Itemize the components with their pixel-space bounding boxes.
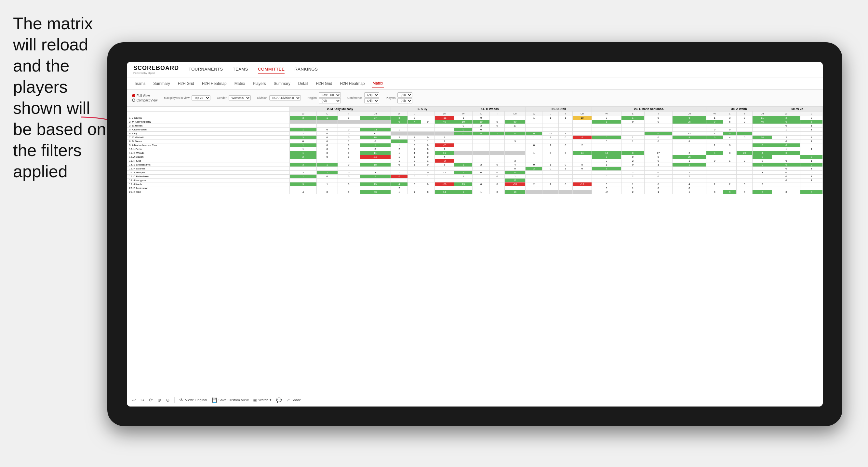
sh-gw-l: L: [472, 112, 490, 116]
row-name: 1. J Garcia: [127, 116, 290, 120]
nav-links: TOURNAMENTS TEAMS COMMITTEE RANKINGS: [189, 65, 318, 73]
comment-icon: 💬: [276, 397, 282, 403]
max-players-select[interactable]: Top 25: [191, 95, 210, 100]
sub-nav-matrix[interactable]: Matrix: [234, 80, 246, 87]
conference-label: Conference: [347, 96, 363, 99]
gender-label: Gender: [217, 96, 227, 99]
save-custom-view-btn[interactable]: 💾 Save Custom View: [212, 397, 249, 403]
nav-teams[interactable]: TEAMS: [233, 65, 248, 73]
sh-km-dif: Dif: [360, 112, 391, 116]
sh-os-w: W: [526, 112, 542, 116]
row-name: 13. N Klug: [127, 159, 290, 163]
table-row: 16. X Mcopha 2 1 0 3 1 0 0 11 1 0 0 11: [127, 171, 823, 175]
table-row: 20. E Andersson 2: [127, 186, 823, 190]
watch-icon: ◉: [253, 397, 257, 403]
row-name: 9. A Maria Jimenez Rios: [127, 144, 290, 147]
comment-btn[interactable]: 💬: [276, 397, 282, 403]
logo-area: SCOREBOARD Powered by clippd: [133, 65, 179, 74]
row-name: 5. A Nomrowski: [127, 128, 290, 132]
sh-aw-l: L: [723, 112, 736, 116]
logo-title: SCOREBOARD: [133, 65, 179, 71]
sh-ady-t: T: [421, 112, 434, 116]
table-row: 7. O Mitchell 3 0 0 18 2 2 0 2 1: [127, 135, 823, 139]
row-name: 19. J Karrh: [127, 182, 290, 186]
nav-rankings[interactable]: RANKINGS: [294, 65, 318, 73]
sub-header-corner: [127, 112, 290, 116]
gender-filter: Gender Women's: [217, 95, 251, 100]
sub-nav-h2h-grid2[interactable]: H2H Grid: [315, 80, 333, 87]
col-header-row: 2. M Kelly Mulcahy 6. A Dy 11. G Woods 2…: [127, 107, 823, 112]
division-select[interactable]: NCAA Division II: [269, 95, 301, 100]
sh-os-l: L: [542, 112, 559, 116]
sh-lms-w: W: [592, 112, 621, 116]
region-filter: Region East - DII (All): [307, 92, 341, 103]
players-label: Players: [386, 96, 396, 99]
row-name: 16. X Mcopha: [127, 171, 290, 175]
region-select-1[interactable]: East - DII: [319, 92, 341, 98]
view-original-btn[interactable]: 👁 View: Original: [179, 397, 207, 403]
sh-wz-l: L: [800, 112, 823, 116]
nav-committee[interactable]: COMMITTEE: [258, 65, 285, 73]
matrix-table: 2. M Kelly Mulcahy 6. A Dy 11. G Woods 2…: [127, 106, 823, 194]
conference-select-2[interactable]: (All): [364, 98, 379, 103]
sub-nav-detail[interactable]: Detail: [298, 80, 309, 87]
table-row: 5. A Nomrowski 1 0 0 -11 1 0 0: [127, 128, 823, 132]
share-btn[interactable]: ↗ Share: [286, 397, 301, 403]
matrix-content[interactable]: 2. M Kelly Mulcahy 6. A Dy 11. G Woods 2…: [127, 106, 823, 386]
compact-view-option[interactable]: Compact View: [132, 98, 157, 102]
gender-select[interactable]: Women's: [229, 95, 251, 100]
zoom-out-icon[interactable]: ⊖: [166, 397, 170, 403]
filters-section: Full View Compact View Max players in vi…: [127, 90, 823, 106]
sub-header-row: W L T Dif W L T Dif W L T Dif: [127, 112, 823, 116]
sh-wz-w: W: [772, 112, 800, 116]
division-label: Division: [257, 96, 268, 99]
watch-btn[interactable]: ◉ Watch ▾: [253, 397, 272, 403]
row-name: 2. M Kelly Mulcahy: [127, 120, 290, 124]
players-select-2[interactable]: (All): [397, 98, 412, 103]
row-name: 7. O Mitchell: [127, 135, 290, 139]
region-select-2[interactable]: (All): [319, 98, 341, 103]
table-row: 21. O Stoll 4 0 0 33 1 1 0 14 1 1 0 10: [127, 190, 823, 194]
sh-lms-t: T: [644, 112, 672, 116]
conference-select-1[interactable]: (All): [364, 92, 379, 98]
table-row: 1. J Garcia 3 1 0 27 3 0 -11 1 0 1: [127, 116, 823, 120]
undo-icon[interactable]: ↩: [132, 397, 136, 403]
sub-nav-h2h-grid[interactable]: H2H Grid: [177, 80, 195, 87]
sub-nav-players[interactable]: Players: [252, 80, 266, 87]
tablet-screen: SCOREBOARD Powered by clippd TOURNAMENTS…: [127, 62, 823, 406]
top-navigation: SCOREBOARD Powered by clippd TOURNAMENTS…: [127, 62, 823, 77]
annotation-content: The matrix will reload and the players s…: [13, 14, 106, 181]
sh-km-l: L: [316, 112, 338, 116]
row-name: 21. O Stoll: [127, 190, 290, 194]
zoom-in-icon[interactable]: ⊕: [157, 397, 161, 403]
sub-nav-summary2[interactable]: Summary: [273, 80, 291, 87]
view-options: Full View Compact View: [132, 94, 157, 102]
row-name: 3. S Jelinek: [127, 124, 290, 128]
sh-ady-w: W: [391, 112, 407, 116]
full-view-option[interactable]: Full View: [132, 94, 157, 98]
nav-tournaments[interactable]: TOURNAMENTS: [189, 65, 223, 73]
col-header-schumac: 23. L Marie Schumac.: [592, 107, 706, 112]
row-name: 8. M Torres: [127, 139, 290, 144]
sub-nav-matrix2[interactable]: Matrix: [372, 80, 384, 88]
annotation-text: The matrix will reload and the players s…: [13, 13, 111, 182]
sub-nav-teams[interactable]: Teams: [133, 80, 146, 87]
table-row: 6. A Dy 7 0 0 11 0 14 1 4 0: [127, 132, 823, 135]
compact-view-radio[interactable]: [132, 98, 135, 102]
table-row: 8. M Torres 0 0 1 0 1 0 1 2 3: [127, 139, 823, 144]
refresh-icon[interactable]: ⟳: [149, 397, 153, 403]
row-name: 10. L Perini: [127, 147, 290, 151]
sub-nav-h2h-heatmap2[interactable]: H2H Heatmap: [339, 80, 365, 87]
full-view-radio[interactable]: [132, 94, 135, 97]
share-icon: ↗: [286, 397, 290, 403]
redo-icon[interactable]: ↪: [141, 397, 145, 403]
sh-gw-dif: Dif: [504, 112, 525, 116]
sub-nav-h2h-heatmap[interactable]: H2H Heatmap: [201, 80, 227, 87]
row-name: 14. S Srichantamit: [127, 163, 290, 167]
region-label: Region: [307, 96, 317, 99]
sub-nav-summary[interactable]: Summary: [153, 80, 170, 87]
row-name: 15. H Stranda: [127, 167, 290, 171]
sh-ady-l: L: [407, 112, 421, 116]
players-select-1[interactable]: (All): [397, 92, 412, 98]
logo-subtitle: Powered by clippd: [133, 71, 179, 74]
